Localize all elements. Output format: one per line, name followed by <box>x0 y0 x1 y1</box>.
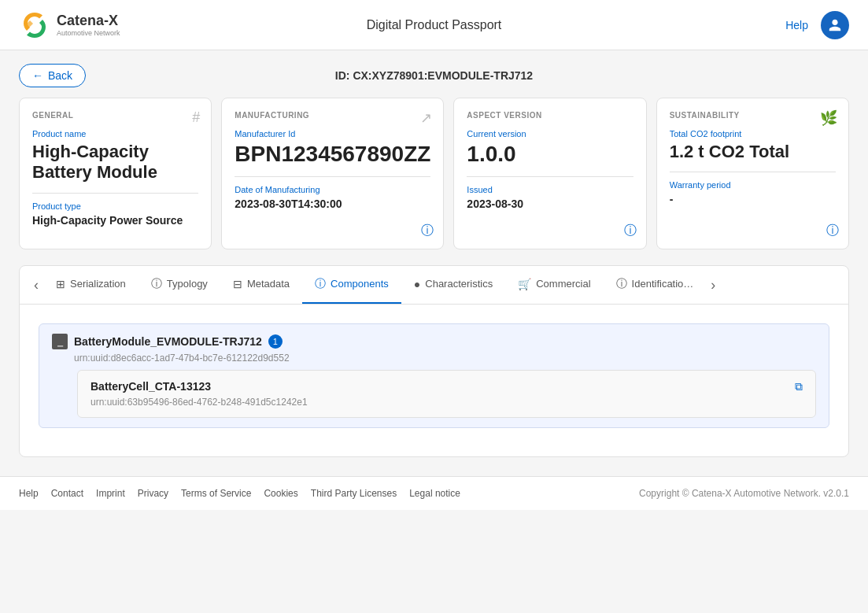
product-type-value: High-Capacity Power Source <box>32 214 198 227</box>
footer-third-party[interactable]: Third Party Licenses <box>311 488 397 499</box>
product-name-value: High-Capacity Battery Module <box>32 142 198 183</box>
metadata-icon: ⊟ <box>233 278 242 290</box>
tree-parent-name: BatteryModule_EVMODULE-TRJ712 <box>74 335 262 348</box>
tab-identification[interactable]: ⓘ Identificatio… <box>604 266 707 304</box>
warranty-label: Warranty period <box>670 180 836 190</box>
general-card: GENERAL # Product name High-Capacity Bat… <box>19 98 212 249</box>
sustainability-card: SUSTAINABILITY 🌿 Total CO2 footprint 1.2… <box>656 98 849 249</box>
tab-characteristics-label: Characteristics <box>425 278 493 290</box>
tab-scroll-right[interactable]: › <box>706 278 720 292</box>
footer-contact[interactable]: Contact <box>51 488 83 499</box>
tab-content-components: ⎯ BatteryModule_EVMODULE-TRJ712 1 urn:uu… <box>20 305 848 456</box>
tab-components-label: Components <box>331 278 389 290</box>
aspect-version-card: ASPECT VERSION Current version 1.0.0 Iss… <box>453 98 646 249</box>
co2-label: Total CO2 footprint <box>670 129 836 138</box>
back-button[interactable]: ← Back <box>19 64 86 87</box>
back-row: ← Back ID: CX:XYZ78901:EVMODULE-TRJ712 <box>19 69 849 82</box>
tab-typology-label: Typology <box>167 278 208 290</box>
tree-parent-item: ⎯ BatteryModule_EVMODULE-TRJ712 1 urn:uu… <box>39 323 829 428</box>
tree-badge: 1 <box>268 334 283 349</box>
tree-child-name: BatteryCell_CTA-13123 <box>90 380 211 393</box>
catena-x-logo-icon <box>19 9 50 41</box>
tab-commercial[interactable]: 🛒 Commercial <box>505 267 603 303</box>
tab-metadata-label: Metadata <box>247 278 290 290</box>
current-version-value: 1.0.0 <box>467 142 633 167</box>
aspect-version-category: ASPECT VERSION <box>467 111 633 120</box>
tree-parent-header: ⎯ BatteryModule_EVMODULE-TRJ712 1 <box>52 334 816 349</box>
tab-characteristics[interactable]: ● Characteristics <box>401 267 505 303</box>
characteristics-icon: ● <box>414 278 420 290</box>
issued-value: 2023-08-30 <box>467 198 633 210</box>
logo-text-area: Catena-X Automotive Network <box>57 13 120 37</box>
product-id: ID: CX:XYZ78901:EVMODULE-TRJ712 <box>335 69 533 82</box>
tree-child-item: BatteryCell_CTA-13123 ⧉ urn:uuid:63b9549… <box>77 370 816 418</box>
issued-label: Issued <box>467 185 633 194</box>
tree-parent-uuid: urn:uuid:d8ec6acc-1ad7-47b4-bc7e-612122d… <box>74 353 816 364</box>
tree-collapse-button[interactable]: ⎯ <box>52 334 68 349</box>
footer-privacy[interactable]: Privacy <box>138 488 168 499</box>
info-icon-aspect[interactable]: ⓘ <box>624 223 637 239</box>
mfg-date-label: Date of Manufacturing <box>235 185 430 194</box>
tab-identification-label: Identificatio… <box>632 278 694 290</box>
help-link[interactable]: Help <box>785 19 808 31</box>
footer-links: Help Contact Imprint Privacy Terms of Se… <box>19 488 460 499</box>
cards-row: GENERAL # Product name High-Capacity Bat… <box>19 98 849 249</box>
logo-sub: Automotive Network <box>57 29 120 37</box>
tab-metadata[interactable]: ⊟ Metadata <box>220 267 302 303</box>
footer-cookies[interactable]: Cookies <box>264 488 297 499</box>
manufacturing-category: MANUFACTURING <box>235 111 430 120</box>
footer-legal[interactable]: Legal notice <box>409 488 460 499</box>
current-version-label: Current version <box>467 129 633 138</box>
identification-icon: ⓘ <box>616 277 627 291</box>
product-name-label: Product name <box>32 129 198 138</box>
main-content: ← Back ID: CX:XYZ78901:EVMODULE-TRJ712 G… <box>0 50 868 476</box>
tab-scroll-left[interactable]: ‹ <box>29 278 43 292</box>
co2-value: 1.2 t CO2 Total <box>670 142 836 162</box>
sustainability-category: SUSTAINABILITY <box>670 111 836 120</box>
footer-imprint[interactable]: Imprint <box>96 488 125 499</box>
logo-name: Catena-X <box>57 13 118 28</box>
manufacturer-id-label: Manufacturer Id <box>235 129 430 138</box>
user-avatar[interactable] <box>821 11 849 39</box>
tab-navigation: ‹ ⊞ Serialization ⓘ Typology ⊟ Metadata … <box>20 266 848 305</box>
back-arrow-icon: ← <box>32 69 43 82</box>
tab-commercial-label: Commercial <box>536 278 590 290</box>
hash-icon: # <box>192 109 200 126</box>
commercial-icon: 🛒 <box>518 278 531 290</box>
logo-area: Catena-X Automotive Network <box>19 9 120 41</box>
tab-typology[interactable]: ⓘ Typology <box>139 266 220 304</box>
manufacturer-id-value: BPN1234567890ZZ <box>235 142 430 167</box>
tree-child-uuid: urn:uuid:63b95496-86ed-4762-b248-491d5c1… <box>90 397 803 408</box>
mfg-date-value: 2023-08-30T14:30:00 <box>235 198 430 210</box>
product-type-label: Product type <box>32 201 198 211</box>
back-label: Back <box>48 69 72 82</box>
footer: Help Contact Imprint Privacy Terms of Se… <box>0 476 868 510</box>
leaf-icon: 🌿 <box>820 109 837 127</box>
footer-copyright: Copyright © Catena-X Automotive Network.… <box>639 488 849 499</box>
info-icon-sustainability[interactable]: ⓘ <box>826 223 839 239</box>
warranty-value: - <box>670 193 836 205</box>
header-right: Help <box>785 11 849 39</box>
components-icon: ⓘ <box>315 277 326 291</box>
footer-terms[interactable]: Terms of Service <box>181 488 251 499</box>
tree-child-header: BatteryCell_CTA-13123 ⧉ <box>90 380 803 393</box>
header: Catena-X Automotive Network Digital Prod… <box>0 0 868 50</box>
tab-serialization[interactable]: ⊞ Serialization <box>43 267 139 303</box>
manufacturing-card: MANUFACTURING ↗ Manufacturer Id BPN12345… <box>221 98 444 249</box>
tree-child-link-icon[interactable]: ⧉ <box>795 380 803 393</box>
tab-serialization-label: Serialization <box>70 278 126 290</box>
info-icon-manufacturing[interactable]: ⓘ <box>421 223 434 239</box>
serialization-icon: ⊞ <box>56 278 65 290</box>
header-title: Digital Product Passport <box>367 18 502 32</box>
user-icon <box>828 18 842 32</box>
general-category: GENERAL <box>32 111 198 120</box>
tab-section: ‹ ⊞ Serialization ⓘ Typology ⊟ Metadata … <box>19 265 849 457</box>
footer-help[interactable]: Help <box>19 488 39 499</box>
typology-icon: ⓘ <box>151 277 162 291</box>
chart-icon: ↗ <box>420 109 432 127</box>
tab-components[interactable]: ⓘ Components <box>302 266 401 304</box>
